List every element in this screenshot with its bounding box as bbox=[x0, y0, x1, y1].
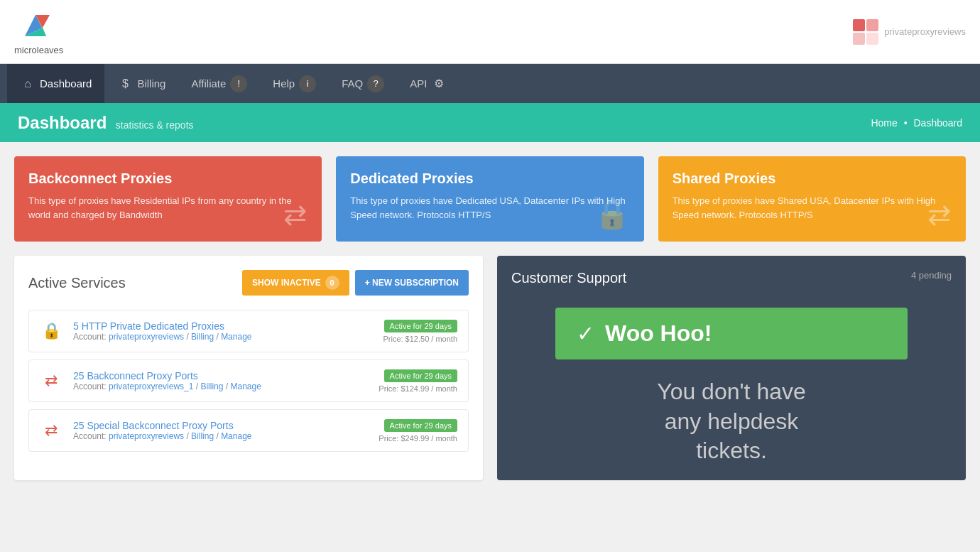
service-name-3[interactable]: 25 Special Backconnect Proxy Ports bbox=[73, 420, 368, 431]
breadcrumb-bar: Dashboard statistics & repots Home • Das… bbox=[0, 103, 980, 142]
service-account-1: Account: privateproxyreviews / Billing /… bbox=[73, 332, 372, 342]
services-title: Active Services bbox=[28, 275, 126, 291]
services-panel: Active Services SHOW INACTIVE 0 + NEW SU… bbox=[14, 256, 483, 480]
nav-item-dashboard[interactable]: ⌂ Dashboard bbox=[7, 64, 104, 103]
service-account-3: Account: privateproxyreviews / Billing /… bbox=[73, 431, 368, 441]
logo-icon bbox=[18, 8, 60, 43]
status-badge-2: Active for 29 days bbox=[384, 369, 457, 382]
support-header: Customer Support 4 pending bbox=[511, 270, 952, 286]
logo-area: microleaves bbox=[14, 8, 63, 55]
home-icon: ⌂ bbox=[20, 76, 36, 92]
proxy-card-dedicated[interactable]: Dedicated Proxies This type of proxies h… bbox=[336, 156, 643, 242]
breadcrumb-bullet: • bbox=[904, 117, 908, 129]
service-status-area-3: Active for 29 days Price: $249.99 / mont… bbox=[379, 418, 457, 443]
proxy-card-shared[interactable]: Shared Proxies This type of proxies have… bbox=[658, 156, 966, 242]
status-badge-3: Active for 29 days bbox=[384, 419, 457, 432]
show-inactive-button[interactable]: SHOW INACTIVE 0 bbox=[242, 270, 349, 296]
new-subscription-label: + NEW SUBSCRIPTION bbox=[365, 278, 459, 288]
nav-item-help[interactable]: Help i bbox=[260, 64, 329, 103]
logo-text: microleaves bbox=[14, 45, 63, 55]
breadcrumb-home[interactable]: Home bbox=[871, 117, 897, 129]
proxy-cards-row: Backconnect Proxies This type of proxies… bbox=[14, 156, 966, 242]
backconnect-card-icon: ⇄ bbox=[283, 198, 307, 231]
support-panel: Customer Support 4 pending ✓ Woo Hoo! Yo… bbox=[497, 256, 966, 480]
new-subscription-button[interactable]: + NEW SUBSCRIPTION bbox=[355, 270, 469, 296]
billing-link-1[interactable]: Billing bbox=[191, 332, 214, 342]
avatar-sq-2 bbox=[866, 19, 878, 31]
service-item-2: ⇄ 25 Backconnect Proxy Ports Account: pr… bbox=[28, 359, 469, 402]
avatar-block: privateproxyreviews bbox=[853, 19, 966, 45]
user-area: privateproxyreviews bbox=[853, 19, 966, 45]
nav-label-api: API bbox=[410, 77, 427, 90]
support-message: You don't have any helpdesk tickets. bbox=[657, 377, 806, 466]
main-content: Backconnect Proxies This type of proxies… bbox=[0, 142, 980, 494]
top-header: microleaves privateproxyreviews bbox=[0, 0, 980, 64]
service-price-1: Price: $12.50 / month bbox=[383, 335, 457, 343]
account-link-3[interactable]: privateproxyreviews bbox=[109, 431, 184, 441]
proxy-card-backconnect[interactable]: Backconnect Proxies This type of proxies… bbox=[14, 156, 322, 242]
service-icon-shuffle-2: ⇄ bbox=[40, 419, 62, 442]
nav-item-billing[interactable]: $ Billing bbox=[104, 64, 178, 103]
faq-question-icon: ? bbox=[367, 75, 384, 92]
main-nav: ⌂ Dashboard $ Billing Affiliate ! Help i… bbox=[0, 64, 980, 103]
checkmark-icon: ✓ bbox=[577, 321, 594, 346]
help-info-icon: i bbox=[299, 75, 316, 92]
status-badge-1: Active for 29 days bbox=[384, 320, 457, 332]
proxy-card-dedicated-title: Dedicated Proxies bbox=[350, 171, 629, 187]
proxy-card-backconnect-desc: This type of proxies have Residential IP… bbox=[28, 194, 307, 222]
service-price-2: Price: $124.99 / month bbox=[379, 384, 457, 393]
billing-link-2[interactable]: Billing bbox=[200, 381, 223, 391]
manage-link-2[interactable]: Manage bbox=[230, 381, 261, 391]
dollar-icon: $ bbox=[117, 76, 133, 92]
service-name-1[interactable]: 5 HTTP Private Dedicated Proxies bbox=[73, 320, 372, 332]
nav-item-api[interactable]: API ⚙ bbox=[397, 64, 459, 103]
breadcrumb-current: Dashboard bbox=[914, 117, 963, 129]
service-account-2: Account: privateproxyreviews_1 / Billing… bbox=[73, 381, 368, 391]
gear-icon: ⚙ bbox=[431, 76, 447, 92]
proxy-card-backconnect-title: Backconnect Proxies bbox=[28, 171, 307, 187]
affiliate-info-icon: ! bbox=[230, 75, 247, 92]
avatar-sq-4 bbox=[866, 33, 878, 45]
nav-label-affiliate: Affiliate bbox=[191, 77, 226, 90]
proxy-card-dedicated-desc: This type of proxies have Dedicated USA,… bbox=[350, 194, 629, 222]
bottom-section: Active Services SHOW INACTIVE 0 + NEW SU… bbox=[14, 256, 966, 480]
show-inactive-label: SHOW INACTIVE bbox=[252, 278, 321, 288]
service-info-1: 5 HTTP Private Dedicated Proxies Account… bbox=[73, 320, 372, 342]
page-title: Dashboard bbox=[18, 113, 107, 132]
services-buttons: SHOW INACTIVE 0 + NEW SUBSCRIPTION bbox=[242, 270, 469, 296]
woo-hoo-banner: ✓ Woo Hoo! bbox=[555, 308, 908, 359]
page-subtitle: statistics & repots bbox=[116, 119, 194, 131]
username-display: privateproxyreviews bbox=[884, 26, 966, 37]
service-status-area-2: Active for 29 days Price: $124.99 / mont… bbox=[379, 369, 457, 393]
billing-link-3[interactable]: Billing bbox=[191, 431, 214, 441]
manage-link-3[interactable]: Manage bbox=[221, 431, 251, 441]
nav-item-faq[interactable]: FAQ ? bbox=[329, 64, 397, 103]
nav-label-billing: Billing bbox=[137, 77, 165, 90]
service-item-3: ⇄ 25 Special Backconnect Proxy Ports Acc… bbox=[28, 409, 469, 452]
shared-card-icon: ⇄ bbox=[927, 198, 952, 231]
nav-item-affiliate[interactable]: Affiliate ! bbox=[178, 64, 260, 103]
proxy-card-shared-title: Shared Proxies bbox=[673, 171, 952, 187]
service-price-3: Price: $249.99 / month bbox=[379, 434, 457, 443]
avatar-sq-1 bbox=[853, 19, 865, 31]
avatar-squares bbox=[853, 19, 878, 45]
service-item-1: 🔒 5 HTTP Private Dedicated Proxies Accou… bbox=[28, 310, 469, 352]
nav-label-dashboard: Dashboard bbox=[40, 77, 92, 90]
breadcrumb-nav: Home • Dashboard bbox=[871, 117, 962, 129]
dedicated-card-icon: 🔒 bbox=[594, 197, 630, 231]
service-status-area-1: Active for 29 days Price: $12.50 / month bbox=[383, 319, 457, 343]
service-name-2[interactable]: 25 Backconnect Proxy Ports bbox=[73, 370, 368, 381]
support-title: Customer Support bbox=[511, 270, 626, 286]
nav-label-faq: FAQ bbox=[342, 77, 363, 90]
service-icon-lock: 🔒 bbox=[40, 320, 62, 342]
account-link-1[interactable]: privateproxyreviews bbox=[109, 332, 184, 342]
breadcrumb-left: Dashboard statistics & repots bbox=[18, 113, 194, 133]
woo-hoo-text: Woo Hoo! bbox=[605, 320, 712, 347]
nav-label-help: Help bbox=[273, 77, 295, 90]
service-info-2: 25 Backconnect Proxy Ports Account: priv… bbox=[73, 370, 368, 391]
proxy-card-shared-desc: This type of proxies have Shared USA, Da… bbox=[673, 194, 952, 222]
services-header: Active Services SHOW INACTIVE 0 + NEW SU… bbox=[28, 270, 469, 296]
account-link-2[interactable]: privateproxyreviews_1 bbox=[109, 381, 193, 391]
manage-link-1[interactable]: Manage bbox=[221, 332, 251, 342]
support-pending: 4 pending bbox=[911, 270, 952, 286]
